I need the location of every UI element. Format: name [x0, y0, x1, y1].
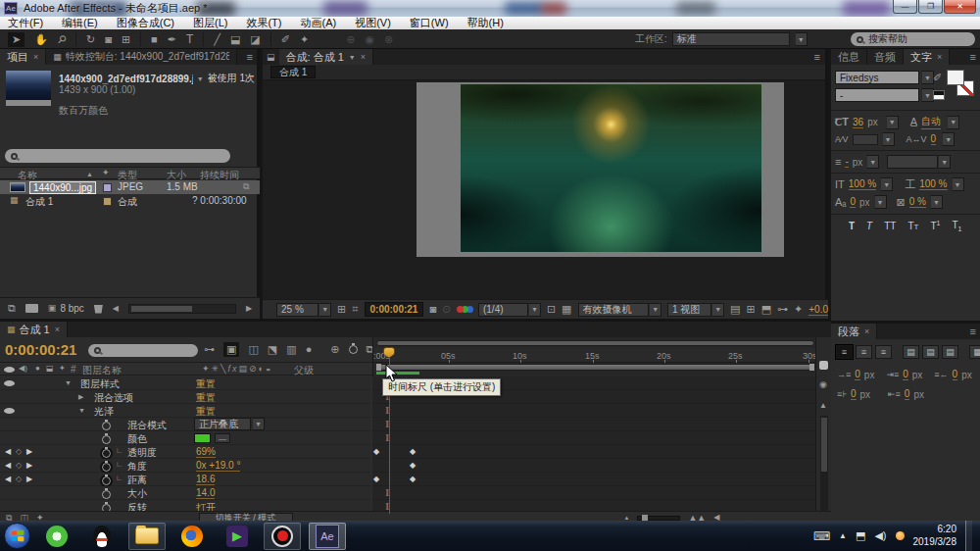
- footage-row-name[interactable]: 1440x90...jpg: [29, 181, 96, 194]
- baseline-shift-arrow[interactable]: ▼: [874, 195, 887, 209]
- time-navigator[interactable]: [376, 340, 814, 346]
- workspace-select[interactable]: 标准: [672, 32, 790, 46]
- row-angle[interactable]: ◀ ◇ ▶ ∟ 角度 0x +19.0 °: [0, 459, 370, 473]
- font-size-value[interactable]: 36: [853, 117, 863, 128]
- label-swatch[interactable]: [103, 183, 112, 192]
- panel-menu-icon[interactable]: ≡: [970, 52, 976, 63]
- vertical-scale-value[interactable]: 100 %: [849, 178, 876, 190]
- puppet-pin-tool-icon[interactable]: ✦: [300, 34, 309, 45]
- next-keyframe-icon[interactable]: ▶: [26, 462, 32, 470]
- panel-menu-icon[interactable]: ≡: [247, 52, 253, 63]
- next-keyframe-icon[interactable]: ▶: [26, 448, 32, 456]
- justify-last-left-icon[interactable]: ▤: [903, 345, 919, 359]
- menu-composition[interactable]: 图像合成(C): [117, 16, 174, 30]
- row-distance[interactable]: ◀ ◇ ▶ ∟ 距离 18.6: [0, 473, 370, 486]
- panel-menu-icon[interactable]: ≡: [970, 326, 976, 337]
- channels-icon[interactable]: [457, 306, 472, 314]
- time-ruler[interactable]: :00s 05s 10s 15s 20s 25s 30s: [373, 348, 816, 363]
- shy-layers-icon[interactable]: ⬔: [268, 344, 277, 355]
- comp-row-name[interactable]: 合成 1: [25, 195, 53, 209]
- auto-keyframe-icon[interactable]: [349, 345, 358, 354]
- first-line-indent-value[interactable]: 0: [851, 388, 857, 400]
- magnification-select[interactable]: 25 %: [276, 303, 318, 317]
- align-right-icon[interactable]: ≡: [875, 345, 892, 359]
- tab-effect-controls[interactable]: ▦特效控制台: 1440x900_2d7edf917d28899.jp: [46, 49, 237, 65]
- interpret-footage-icon[interactable]: ⧉: [8, 303, 16, 314]
- property-value[interactable]: 18.6: [196, 474, 215, 485]
- keyframe-icon[interactable]: ◆: [410, 476, 416, 483]
- eye-icon[interactable]: [4, 380, 15, 386]
- tsume-arrow[interactable]: ▼: [930, 195, 943, 209]
- motion-blur-icon[interactable]: ●: [306, 344, 313, 355]
- prev-keyframe-icon[interactable]: ◀: [5, 462, 11, 470]
- stroke-style-select[interactable]: [887, 155, 938, 169]
- close-icon[interactable]: ×: [55, 325, 60, 334]
- stroke-style-arrow[interactable]: ▼: [938, 155, 951, 169]
- add-keyframe-icon[interactable]: ◇: [16, 476, 22, 483]
- work-area-bar[interactable]: [376, 364, 814, 371]
- taskbar-explorer-icon[interactable]: [128, 523, 166, 550]
- justify-last-right-icon[interactable]: ▤: [942, 345, 958, 359]
- project-search-box[interactable]: [5, 149, 230, 163]
- resolution-arrow[interactable]: ▼: [528, 303, 541, 317]
- sort-asc-icon[interactable]: ▲: [86, 171, 93, 177]
- view-layout-arrow[interactable]: ▼: [711, 303, 724, 317]
- layer-name-column[interactable]: 图层名称: [82, 364, 122, 377]
- font-style-select[interactable]: -: [835, 88, 919, 102]
- font-size-arrow[interactable]: ▼: [886, 116, 899, 129]
- maximize-button[interactable]: ❐: [918, 0, 943, 14]
- indent-left-value[interactable]: 0: [855, 369, 860, 380]
- show-desktop-button[interactable]: [965, 521, 972, 551]
- menu-view[interactable]: 视图(V): [355, 16, 391, 30]
- taskbar-after-effects-icon[interactable]: Ae: [309, 523, 346, 550]
- menu-help[interactable]: 帮助(H): [467, 16, 504, 30]
- stroke-width-value[interactable]: -: [845, 156, 848, 168]
- transparency-grid-icon[interactable]: ▦: [562, 304, 571, 315]
- tab-character[interactable]: 文字×: [904, 49, 950, 65]
- prev-keyframe-icon[interactable]: ◀: [5, 476, 11, 483]
- work-area-start-handle[interactable]: [376, 364, 381, 371]
- flowchart-icon[interactable]: ⊞: [746, 304, 755, 315]
- taskbar-qq-icon[interactable]: [83, 523, 121, 550]
- scroll-right-icon[interactable]: ▶: [246, 305, 252, 313]
- row-blend-mode[interactable]: 混合模式 正片叠底 ▼: [0, 418, 370, 431]
- blend-mode-select[interactable]: 正片叠底: [194, 418, 251, 430]
- parent-column[interactable]: 父级: [294, 364, 314, 377]
- chevron-down-icon[interactable]: ▼: [197, 75, 204, 82]
- kf-lane[interactable]: I: [372, 431, 815, 445]
- space-before-value[interactable]: 0: [903, 369, 908, 380]
- horizontal-scale-value[interactable]: 100 %: [919, 178, 947, 190]
- zoom-tool-icon[interactable]: ⚲: [55, 32, 68, 45]
- rotate-tool-icon[interactable]: ↻: [86, 34, 95, 45]
- tsume-value[interactable]: 0 %: [909, 196, 926, 208]
- align-center-icon[interactable]: ≡: [856, 345, 872, 359]
- property-value[interactable]: 0x +19.0 °: [196, 460, 240, 472]
- keyframe-icon[interactable]: ◆: [373, 476, 379, 483]
- add-keyframe-icon[interactable]: ◇: [16, 448, 22, 456]
- color-swatch[interactable]: [194, 433, 211, 443]
- justify-last-center-icon[interactable]: ▤: [922, 345, 939, 359]
- footage-name[interactable]: 1440x900_2d7edf917d28899.jpg: [59, 74, 193, 84]
- exposure-value[interactable]: +0.0: [808, 304, 828, 316]
- tab-info[interactable]: 信息: [831, 49, 867, 65]
- keyframe-icon[interactable]: ◆: [410, 448, 416, 456]
- menu-window[interactable]: 窗口(W): [410, 16, 449, 30]
- property-value[interactable]: 69%: [196, 446, 216, 458]
- close-icon[interactable]: ×: [33, 52, 38, 62]
- view-layout-select[interactable]: 1 视图: [667, 303, 711, 317]
- text-tool-icon[interactable]: T: [186, 33, 193, 45]
- camera-arrow[interactable]: ▼: [649, 303, 662, 317]
- keyframe-icon[interactable]: ◆: [410, 462, 416, 470]
- time-ruler-area[interactable]: :00s 05s 10s 15s 20s 25s 30s: [372, 337, 815, 376]
- pen-tool-icon[interactable]: ✒: [168, 34, 176, 45]
- hand-tool-icon[interactable]: ✋: [34, 34, 48, 45]
- snapshot-icon[interactable]: ◙: [429, 304, 436, 315]
- font-family-select[interactable]: Fixedsys: [835, 71, 919, 84]
- kf-lane-distance[interactable]: ◆ ◆: [372, 473, 815, 486]
- help-search-box[interactable]: 搜索帮助: [851, 32, 975, 46]
- stopwatch-icon[interactable]: [102, 463, 111, 472]
- clone-stamp-tool-icon[interactable]: ⬓: [230, 34, 240, 45]
- lock-panel-icon[interactable]: ⬓: [267, 53, 275, 62]
- comp-nav-button[interactable]: 合成 1: [270, 66, 316, 78]
- keyframe-icon[interactable]: ◆: [373, 448, 379, 456]
